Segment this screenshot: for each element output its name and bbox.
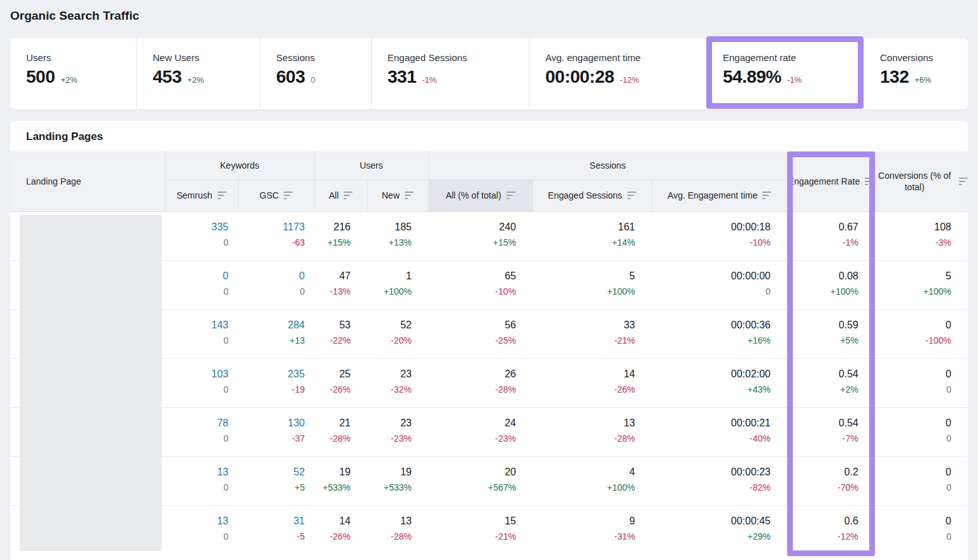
metric-cell: 1173-63 xyxy=(238,211,314,260)
metric-delta: -37 xyxy=(243,432,305,445)
keyword-count-link[interactable]: 13 xyxy=(170,514,228,528)
metric-value: 20 xyxy=(433,465,516,479)
column-header-sessions-all[interactable]: All (% of total) xyxy=(428,179,533,211)
metric-cell: 19+533% xyxy=(314,456,367,505)
sort-icon[interactable] xyxy=(405,192,414,199)
sort-icon[interactable] xyxy=(218,192,227,199)
page-title: Organic Search Traffic xyxy=(10,9,139,23)
sort-icon[interactable] xyxy=(959,178,968,185)
keyword-count-link[interactable]: 0 xyxy=(243,269,305,283)
metric-cell: 00:00:23-82% xyxy=(652,456,787,505)
metric-cell: 0.54+2% xyxy=(787,358,875,407)
metric-delta: 0 xyxy=(170,530,228,543)
metric-delta: +13 xyxy=(243,334,305,347)
metric-delta: +100% xyxy=(538,285,635,298)
kpi-delta: -1% xyxy=(422,75,437,85)
keyword-count-link[interactable]: 103 xyxy=(170,367,228,381)
keyword-count-link[interactable]: 0 xyxy=(170,269,228,283)
keyword-count-link[interactable]: 31 xyxy=(243,514,305,528)
metric-cell: 240+15% xyxy=(428,211,533,260)
kpi-delta: +2% xyxy=(60,75,77,85)
metric-delta: -12% xyxy=(792,530,858,543)
keyword-count-link[interactable]: 130 xyxy=(243,416,305,430)
metric-delta: -1% xyxy=(792,236,858,249)
kpi-value: 603 xyxy=(276,67,305,87)
sort-icon[interactable] xyxy=(284,192,293,199)
metric-cell: 0-100% xyxy=(875,309,968,358)
metric-value: 5 xyxy=(880,269,951,283)
kpi-conversions: Conversions132+6% xyxy=(863,38,968,109)
metric-value: 19 xyxy=(319,465,351,479)
metric-cell: 53-22% xyxy=(314,309,367,358)
metric-value: 108 xyxy=(880,220,951,234)
metric-delta: -63 xyxy=(243,236,305,249)
metric-value: 33 xyxy=(538,318,635,332)
column-header-conversions[interactable]: Conversions (% of total) xyxy=(875,151,968,211)
kpi-sessions: Sessions6030 xyxy=(260,38,371,109)
metric-value: 26 xyxy=(433,367,516,381)
metric-delta: -40% xyxy=(657,432,771,445)
metric-value: 0 xyxy=(880,465,951,479)
column-header-users-new[interactable]: New xyxy=(367,179,428,211)
kpi-label: New Users xyxy=(153,52,253,63)
keyword-count-link[interactable]: 143 xyxy=(170,318,228,332)
metric-value: 14 xyxy=(538,367,635,381)
metric-cell: 00 xyxy=(165,260,238,309)
metric-cell: 31-5 xyxy=(238,505,314,554)
column-header-gsc[interactable]: GSC xyxy=(238,179,314,211)
keyword-count-link[interactable]: 284 xyxy=(243,318,305,332)
metric-delta: -10% xyxy=(657,236,771,249)
column-header-engaged-sessions[interactable]: Engaged Sessions xyxy=(533,179,652,211)
metric-delta: +43% xyxy=(657,383,771,396)
kpi-users: Users500+2% xyxy=(10,38,136,109)
metric-cell: 00:00:000 xyxy=(652,260,787,309)
sort-icon[interactable] xyxy=(865,178,874,185)
column-header-semrush[interactable]: Semrush xyxy=(165,179,238,211)
metric-value: 0.54 xyxy=(792,416,858,430)
sort-icon[interactable] xyxy=(506,192,515,199)
column-header-users-all[interactable]: All xyxy=(314,179,367,211)
metric-value: 0.6 xyxy=(792,514,858,528)
metric-delta: +29% xyxy=(657,530,771,543)
metric-value: 19 xyxy=(372,465,412,479)
kpi-value: 453 xyxy=(153,67,181,87)
metric-delta: -70% xyxy=(792,481,858,494)
metric-delta: 0 xyxy=(170,481,228,494)
column-header-engagement-rate[interactable]: Engagement Rate xyxy=(787,151,875,211)
sort-icon[interactable] xyxy=(344,192,353,199)
sort-icon[interactable] xyxy=(627,192,636,199)
keyword-count-link[interactable]: 235 xyxy=(243,367,305,381)
metric-cell: 13-28% xyxy=(533,407,652,456)
column-header-avg-engagement-time[interactable]: Avg. Engagement time xyxy=(652,179,787,211)
metric-delta: 0 xyxy=(880,383,951,396)
metric-delta: -19 xyxy=(243,383,305,396)
metric-delta: -28% xyxy=(538,432,635,445)
kpi-label: Engagement rate xyxy=(723,52,857,63)
kpi-value: 331 xyxy=(388,67,416,87)
metric-cell: 284+13 xyxy=(238,309,314,358)
metric-value: 4 xyxy=(538,465,635,479)
group-header-sessions: Sessions xyxy=(428,151,787,179)
metric-cell: 00 xyxy=(875,456,968,505)
metric-cell: 20+567% xyxy=(428,456,533,505)
metric-value: 53 xyxy=(319,318,351,332)
keyword-count-link[interactable]: 1173 xyxy=(243,220,305,234)
kpi-engaged-sessions: Engaged Sessions331-1% xyxy=(371,38,529,109)
redacted-landing-page-column xyxy=(20,215,162,551)
metric-cell: 9-31% xyxy=(533,505,652,554)
keyword-count-link[interactable]: 335 xyxy=(170,220,228,234)
metric-delta: +533% xyxy=(319,481,351,494)
metric-value: 13 xyxy=(538,416,635,430)
keyword-count-link[interactable]: 13 xyxy=(170,465,228,479)
metric-cell: 00:00:18-10% xyxy=(652,211,787,260)
keyword-count-link[interactable]: 78 xyxy=(170,416,228,430)
metric-cell: 5+100% xyxy=(875,260,968,309)
metric-delta: 0 xyxy=(170,236,228,249)
metric-cell: 23-23% xyxy=(367,407,428,456)
keyword-count-link[interactable]: 52 xyxy=(243,465,305,479)
sort-icon[interactable] xyxy=(762,192,771,199)
metric-cell: 0.59+5% xyxy=(787,309,875,358)
metric-value: 00:00:45 xyxy=(657,514,771,528)
metric-value: 0 xyxy=(880,514,951,528)
metric-delta: -26% xyxy=(319,383,351,396)
